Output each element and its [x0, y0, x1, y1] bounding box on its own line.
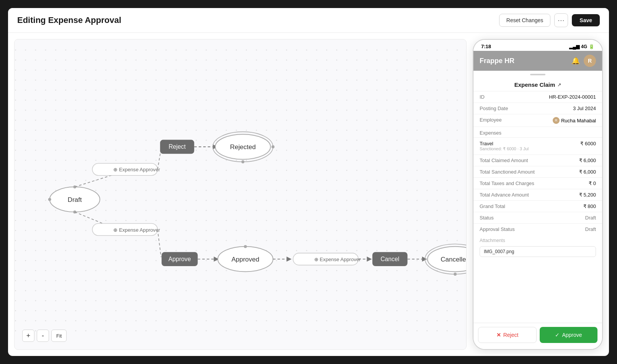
label-total-claimed: Total Claimed Amount — [480, 158, 579, 163]
signal-icon: ▂▄▆ — [569, 44, 579, 49]
svg-text:Draft: Draft — [68, 196, 82, 203]
approve-check-icon: ✓ — [555, 332, 560, 338]
battery-icon: 🔋 — [589, 44, 594, 49]
zoom-in-button[interactable]: + — [22, 330, 34, 342]
expense-item-travel: Travel Sanctioned: ₹ 6000 · 3 Jul ₹ 6000 — [473, 137, 602, 154]
svg-text:⊕ Expense Approver: ⊕ Expense Approver — [314, 257, 361, 262]
svg-text:Reject: Reject — [169, 143, 186, 150]
external-link-icon[interactable]: ↗ — [557, 82, 561, 88]
value-status: Draft — [585, 215, 596, 221]
top-actions: Reset Changes ··· Save — [499, 13, 600, 27]
svg-point-4 — [48, 198, 51, 201]
workflow-canvas: Draft ⊕ Expense Approver — [14, 39, 467, 350]
network-label: 4G — [581, 44, 587, 49]
value-grand-total: ₹ 800 — [583, 203, 596, 209]
svg-point-19 — [242, 160, 245, 163]
ellipsis-icon: ··· — [558, 16, 565, 24]
value-total-claimed: ₹ 6,000 — [579, 158, 596, 163]
svg-point-45 — [454, 273, 457, 276]
header-icons: 🔔 R — [571, 55, 596, 67]
value-approval-status: Draft — [585, 226, 596, 232]
app-header-title: Frappe HR — [480, 57, 514, 65]
bell-icon[interactable]: 🔔 — [571, 57, 580, 65]
form-title: Expense Claim — [514, 81, 555, 88]
svg-text:Approved: Approved — [232, 256, 260, 263]
app-header: Frappe HR 🔔 R — [473, 51, 602, 71]
field-value-id: HR-EXP-2024-00001 — [549, 94, 596, 100]
status-time: 7:18 — [481, 44, 491, 49]
attachments-section-label: Attachments — [473, 235, 602, 245]
save-button[interactable]: Save — [572, 14, 600, 26]
svg-text:Approve: Approve — [168, 256, 191, 262]
attachment-item[interactable]: IMG_0007.png — [480, 246, 596, 257]
svg-text:Cancel: Cancel — [380, 256, 399, 262]
form-title-row: Expense Claim ↗ — [473, 77, 602, 91]
attachment-filename: IMG_0007.png — [484, 249, 514, 254]
value-advance: ₹ 5,200 — [579, 192, 596, 198]
page-title: Editing Expense Approval — [17, 15, 121, 25]
main-content: Draft ⊕ Expense Approver — [8, 33, 609, 356]
detail-row-total-taxes: Total Taxes and Charges ₹ 0 — [473, 177, 602, 189]
avatar[interactable]: R — [584, 55, 596, 67]
canvas-inner: Draft ⊕ Expense Approver — [15, 39, 466, 349]
value-total-sanctioned: ₹ 6,000 — [579, 169, 596, 175]
phone-bottom-bar: ✕ Reject ✓ Approve — [473, 323, 602, 349]
expense-item-name: Travel — [480, 141, 529, 146]
label-status: Status — [480, 215, 585, 221]
label-advance: Total Advance Amount — [480, 192, 579, 198]
field-label-posting-date: Posting Date — [480, 106, 573, 111]
phone-status-bar: 7:18 ▂▄▆ 4G 🔋 — [473, 40, 602, 51]
field-label-employee: Employee — [480, 117, 553, 123]
detail-row-grand-total: Grand Total ₹ 800 — [473, 200, 602, 212]
label-total-sanctioned: Total Sanctioned Amount — [480, 169, 579, 175]
approve-button[interactable]: ✓ Approve — [540, 327, 597, 343]
top-bar: Editing Expense Approval Reset Changes ·… — [8, 8, 609, 33]
detail-row-id: ID HR-EXP-2024-00001 — [473, 91, 602, 102]
expenses-section-label: Expenses — [473, 127, 602, 137]
svg-point-30 — [244, 245, 247, 248]
more-options-button[interactable]: ··· — [554, 13, 568, 27]
detail-row-total-claimed: Total Claimed Amount ₹ 6,000 — [473, 154, 602, 166]
svg-text:Rejected: Rejected — [230, 144, 256, 151]
svg-text:⊕ Expense Approver: ⊕ Expense Approver — [113, 227, 160, 233]
expense-item-info: Travel Sanctioned: ₹ 6000 · 3 Jul — [480, 141, 529, 151]
employee-name: Rucha Mahabal — [561, 118, 596, 123]
reject-x-icon: ✕ — [496, 332, 501, 338]
zoom-controls: + - Fit — [22, 330, 67, 342]
detail-row-posting-date: Posting Date 3 Jul 2024 — [473, 102, 602, 114]
label-grand-total: Grand Total — [480, 203, 583, 209]
expense-item-amount: ₹ 6000 — [580, 141, 596, 146]
label-approval-status: Approval Status — [480, 226, 585, 232]
reject-button[interactable]: ✕ Reject — [478, 327, 537, 343]
detail-row-status: Status Draft — [473, 212, 602, 223]
svg-text:Cancelled: Cancelled — [441, 256, 466, 263]
detail-row-advance: Total Advance Amount ₹ 5,200 — [473, 189, 602, 200]
detail-row-total-sanctioned: Total Sanctioned Amount ₹ 6,000 — [473, 166, 602, 177]
employee-avatar: R — [553, 117, 560, 124]
workflow-diagram: Draft ⊕ Expense Approver — [15, 39, 466, 349]
phone-status-right: ▂▄▆ 4G 🔋 — [569, 44, 594, 49]
phone-mockup: 7:18 ▂▄▆ 4G 🔋 Frappe HR 🔔 R — [473, 39, 603, 350]
employee-value: R Rucha Mahabal — [553, 117, 596, 124]
detail-row-approval-status: Approval Status Draft — [473, 223, 602, 235]
approve-label: Approve — [562, 332, 582, 338]
app-container: Editing Expense Approval Reset Changes ·… — [8, 8, 609, 356]
value-total-taxes: ₹ 0 — [589, 180, 596, 186]
label-total-taxes: Total Taxes and Charges — [480, 180, 589, 186]
svg-point-18 — [271, 145, 274, 148]
zoom-out-button[interactable]: - — [37, 330, 49, 342]
reject-label: Reject — [503, 332, 519, 338]
scroll-handle — [530, 74, 545, 75]
field-label-id: ID — [480, 94, 549, 100]
reset-changes-button[interactable]: Reset Changes — [499, 14, 551, 27]
zoom-fit-button[interactable]: Fit — [51, 330, 67, 342]
expense-item-sub: Sanctioned: ₹ 6000 · 3 Jul — [480, 146, 529, 151]
field-value-posting-date: 3 Jul 2024 — [573, 106, 596, 111]
phone-content[interactable]: Expense Claim ↗ ID HR-EXP-2024-00001 Pos… — [473, 77, 602, 349]
detail-row-employee: Employee R Rucha Mahabal — [473, 114, 602, 127]
svg-text:⊕ Expense Approver: ⊕ Expense Approver — [113, 167, 160, 172]
